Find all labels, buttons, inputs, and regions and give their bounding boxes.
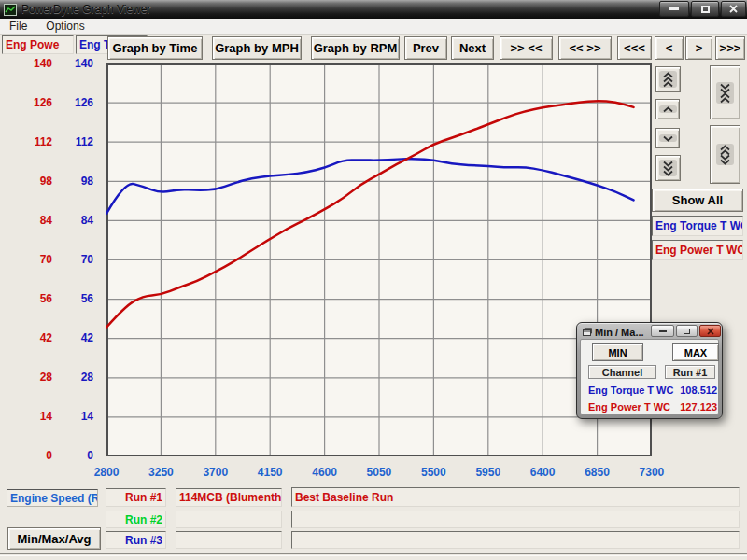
scroll-left-button[interactable]: < bbox=[655, 36, 684, 60]
scroll-right-fast-button[interactable]: >>> bbox=[715, 36, 745, 60]
y-axis-tick-label: 112 bbox=[76, 136, 93, 147]
y-axis-tick-label: 0 bbox=[87, 450, 93, 461]
dialog-row-power-value: 127.123 bbox=[661, 401, 717, 413]
run1-description-field[interactable]: Best Baseline Run bbox=[291, 487, 740, 507]
x-axis-tick-label: 5500 bbox=[406, 466, 460, 480]
y-axis-tick-label: 0 bbox=[46, 450, 52, 461]
graph-by-mph-button[interactable]: Graph by MPH bbox=[212, 36, 302, 60]
scroll-up-button[interactable] bbox=[655, 99, 680, 119]
zoom-out-y-button[interactable] bbox=[710, 125, 740, 184]
x-axis-channel-box[interactable]: Engine Speed (RI bbox=[7, 489, 98, 507]
minimize-button[interactable] bbox=[659, 1, 689, 17]
run2-description-field[interactable] bbox=[291, 511, 740, 528]
maximize-icon bbox=[701, 6, 710, 13]
x-axis-tick-label: 4600 bbox=[298, 466, 352, 480]
dialog-icon bbox=[582, 328, 592, 337]
y-axis-tick-label: 140 bbox=[34, 58, 52, 69]
scroll-left-fast-button[interactable]: <<< bbox=[617, 36, 652, 60]
run2-name-field[interactable] bbox=[176, 511, 282, 528]
y-axis-tick-label: 126 bbox=[34, 97, 52, 108]
powerdyne-graph-viewer-window: PowerDyne Graph Viewer File Options Eng … bbox=[0, 0, 747, 560]
scroll-right-button[interactable]: > bbox=[685, 36, 712, 60]
scroll-down-button[interactable] bbox=[655, 128, 680, 148]
y-axis-tick-label: 140 bbox=[75, 58, 93, 69]
x-axis-tick-label: 4150 bbox=[243, 466, 297, 480]
zoom-out-x-button[interactable]: << >> bbox=[558, 36, 612, 60]
run2-label-box[interactable]: Run #2 bbox=[106, 511, 166, 528]
titlebar[interactable]: PowerDyne Graph Viewer bbox=[0, 0, 747, 19]
chevron-triple-up-icon bbox=[659, 71, 677, 88]
x-axis-tick-label: 3700 bbox=[189, 466, 243, 480]
y-axis-tick-label: 98 bbox=[81, 175, 93, 187]
zoom-in-x-button[interactable]: >> << bbox=[500, 36, 553, 60]
run1-name-field[interactable]: 114MCB (Blumenthal bbox=[176, 488, 282, 507]
app-graph-icon bbox=[4, 4, 17, 16]
legend-torque-box[interactable]: Eng Torque T WC bbox=[652, 216, 743, 236]
y-axis-tick-label: 84 bbox=[81, 215, 93, 226]
min-max-dialog-titlebar[interactable]: Min / Ma... bbox=[580, 325, 719, 339]
bottom-divider bbox=[0, 553, 747, 556]
run1-label-box[interactable]: Run #1 bbox=[106, 488, 166, 507]
curve-eng-power-t-wc bbox=[106, 101, 634, 327]
graph-by-rpm-button[interactable]: Graph by RPM bbox=[311, 36, 400, 60]
legend-power-box[interactable]: Eng Power T WC bbox=[652, 240, 743, 260]
zoom-in-y-button[interactable] bbox=[710, 65, 740, 119]
curve-eng-torque-t-wc bbox=[106, 159, 634, 214]
y-axis-tick-label: 70 bbox=[81, 254, 93, 265]
dialog-maximize-button[interactable] bbox=[676, 325, 698, 337]
chevron-down-icon bbox=[659, 134, 677, 142]
y-axis-tick-label: 98 bbox=[40, 175, 52, 187]
run3-label-box[interactable]: Run #3 bbox=[106, 531, 166, 549]
run1-column-header: Run #1 bbox=[665, 365, 715, 379]
y-axis-tick-label: 126 bbox=[75, 97, 93, 108]
graph-plot-area[interactable] bbox=[106, 63, 652, 456]
y-channel-power-box[interactable]: Eng Powe bbox=[2, 35, 74, 54]
min-button[interactable]: MIN bbox=[592, 343, 643, 361]
show-all-button[interactable]: Show All bbox=[652, 189, 743, 212]
min-max-dialog[interactable]: Min / Ma... MIN MAX Channel Run #1 Eng T… bbox=[576, 322, 723, 419]
maximize-button[interactable] bbox=[691, 1, 719, 17]
y-axis-tick-label: 42 bbox=[40, 332, 52, 343]
chevron-triple-down-icon bbox=[659, 160, 677, 176]
min-max-avg-button[interactable]: Min/Max/Avg bbox=[7, 527, 101, 550]
x-axis-tick-label: 2800 bbox=[79, 466, 134, 480]
x-axis-tick-label: 6850 bbox=[571, 466, 625, 480]
run3-name-field[interactable] bbox=[176, 531, 282, 549]
y-axis-tick-label: 42 bbox=[81, 332, 93, 343]
run3-description-field[interactable] bbox=[291, 531, 740, 549]
y-axis-tick-label: 70 bbox=[40, 254, 52, 265]
min-max-dialog-body: MIN MAX Channel Run #1 Eng Torque T WC 1… bbox=[580, 339, 719, 415]
x-axis-tick-label: 6400 bbox=[515, 466, 570, 480]
dialog-title: Min / Ma... bbox=[595, 327, 644, 338]
minimize-icon bbox=[669, 7, 679, 10]
y-axis-tick-label: 84 bbox=[40, 215, 52, 226]
x-axis-tick-label: 7300 bbox=[625, 466, 679, 480]
y-axis-tick-label: 28 bbox=[81, 371, 93, 383]
chevron-up-icon bbox=[659, 105, 677, 113]
x-axis-tick-label: 5950 bbox=[461, 466, 515, 480]
dialog-row-torque-value: 108.512 bbox=[661, 385, 717, 396]
x-axis-tick-label: 5050 bbox=[352, 466, 406, 480]
scroll-down-fast-button[interactable] bbox=[655, 155, 681, 181]
dialog-minimize-button[interactable] bbox=[651, 325, 674, 337]
prev-button[interactable]: Prev bbox=[404, 36, 447, 60]
y-axis-tick-label: 56 bbox=[40, 293, 52, 304]
y-axis-ticks-torque: 140126112988470564228140 bbox=[54, 58, 93, 461]
y-axis-tick-label: 14 bbox=[81, 411, 93, 422]
close-icon bbox=[729, 5, 738, 13]
x-axis-ticks-rpm: 2800325037004150460050505500595064006850… bbox=[79, 466, 679, 480]
menu-file[interactable]: File bbox=[0, 19, 36, 35]
dialog-close-button[interactable] bbox=[699, 325, 721, 337]
y-axis-tick-label: 112 bbox=[35, 136, 52, 147]
graph-by-time-button[interactable]: Graph by Time bbox=[107, 36, 203, 60]
scroll-up-fast-button[interactable] bbox=[655, 66, 681, 92]
menubar: File Options bbox=[0, 19, 747, 35]
menu-options[interactable]: Options bbox=[36, 19, 93, 35]
chevron-double-up-down-icon bbox=[716, 144, 734, 165]
next-button[interactable]: Next bbox=[451, 36, 494, 60]
max-button[interactable]: MAX bbox=[672, 343, 719, 361]
close-button[interactable] bbox=[721, 1, 746, 17]
dialog-row-power-label: Eng Power T WC bbox=[588, 401, 670, 413]
minimize-icon bbox=[659, 330, 667, 332]
x-axis-tick-label: 3250 bbox=[134, 466, 188, 480]
